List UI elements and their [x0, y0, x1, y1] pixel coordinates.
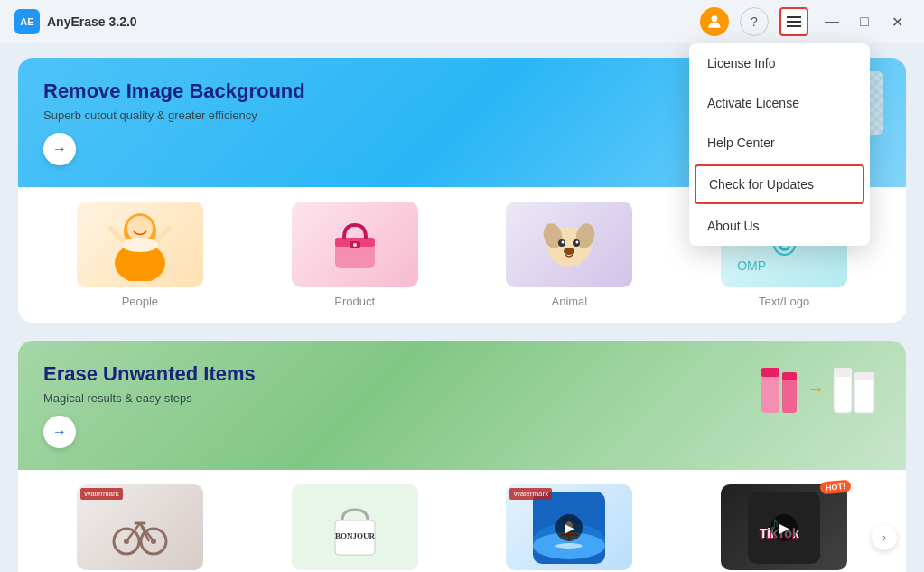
app-title: AnyErase 3.2.0 — [47, 14, 137, 29]
dropdown-item-about-us[interactable]: About Us — [689, 206, 870, 246]
category-item-tiktok[interactable]: TikTok TikTok ♪ ▶ HOT! TikTok Logo — [677, 484, 891, 572]
dropdown-menu: License Info Activate License Help Cente… — [689, 43, 870, 246]
tiktok-thumb-wrapper: TikTok TikTok ♪ ▶ HOT! — [721, 484, 847, 570]
tiktok-play-icon: ▶ — [770, 514, 798, 541]
category-item-animal[interactable]: Animal — [462, 202, 677, 308]
svg-text:→: → — [807, 379, 825, 399]
erase-banner: Erase Unwanted Items Magical results & e… — [18, 341, 906, 470]
svg-rect-36 — [782, 372, 797, 380]
hamburger-icon — [787, 16, 801, 27]
category-label-animal: Animal — [552, 295, 588, 308]
close-button[interactable]: ✕ — [884, 9, 910, 34]
maximize-button[interactable]: □ — [852, 9, 877, 34]
svg-rect-40 — [854, 372, 874, 380]
video-watermark-thumb-wrapper: Watermark ▶ — [506, 484, 632, 570]
svg-point-29 — [562, 240, 565, 243]
titlebar: AE AnyErase 3.2.0 ? — □ ✕ — [0, 0, 924, 43]
video-play-icon: ▶ — [555, 514, 583, 541]
category-thumb-people — [77, 202, 203, 287]
category-item-product[interactable]: Product — [247, 202, 462, 308]
carousel-next-arrow[interactable]: › — [872, 525, 897, 550]
erase-section: Erase Unwanted Items Magical results & e… — [18, 341, 906, 572]
avatar-icon[interactable] — [700, 7, 729, 36]
erase-arrow-button[interactable]: → — [43, 416, 76, 448]
svg-point-31 — [564, 248, 574, 255]
svg-rect-33 — [761, 372, 779, 413]
svg-point-0 — [712, 15, 718, 22]
svg-point-17 — [122, 238, 158, 252]
watermark-badge: Watermark — [80, 488, 123, 500]
category-label-people: People — [122, 295, 158, 308]
category-item-people[interactable]: People — [33, 202, 247, 308]
dropdown-item-license-info[interactable]: License Info — [689, 43, 870, 83]
minimize-button[interactable]: — — [819, 9, 845, 34]
window-controls: — □ ✕ — [819, 9, 910, 34]
svg-rect-34 — [761, 368, 779, 377]
svg-point-16 — [127, 216, 153, 241]
category-grid-erase: Watermark Watermark BONJOUR — [18, 470, 906, 572]
svg-rect-38 — [834, 368, 852, 377]
category-thumb-animal — [506, 202, 632, 287]
dropdown-item-activate-license[interactable]: Activate License — [689, 83, 870, 123]
svg-line-18 — [111, 229, 122, 240]
app-logo: AE — [14, 9, 40, 34]
video-watermark-badge: Watermark — [509, 488, 552, 500]
svg-rect-35 — [782, 377, 797, 413]
dropdown-item-help-center[interactable]: Help Center — [689, 123, 870, 163]
svg-point-57 — [555, 543, 583, 549]
category-label-textlogo: Text/Logo — [759, 295, 809, 308]
help-icon[interactable]: ? — [740, 7, 769, 36]
category-item-watermark[interactable]: Watermark Watermark — [33, 484, 247, 572]
watermark-thumb-wrapper: Watermark — [77, 484, 203, 570]
dropdown-item-check-updates[interactable]: Check for Updates — [695, 164, 864, 204]
erase-banner-illustration: → — [743, 350, 888, 431]
category-item-text[interactable]: BONJOUR Text — [247, 484, 462, 572]
svg-line-19 — [158, 229, 169, 240]
category-item-video-watermark[interactable]: Watermark ▶ Video Watermark — [462, 484, 677, 572]
svg-rect-37 — [834, 372, 852, 413]
svg-point-23 — [353, 243, 357, 247]
svg-text:BONJOUR: BONJOUR — [335, 531, 376, 540]
remove-bg-arrow-button[interactable]: → — [43, 133, 76, 165]
category-thumb-text: BONJOUR — [292, 484, 418, 570]
erase-category-container: Watermark Watermark BONJOUR — [18, 470, 906, 572]
svg-point-30 — [576, 240, 579, 243]
category-thumb-product — [292, 202, 418, 287]
titlebar-left: AE AnyErase 3.2.0 — [14, 9, 137, 34]
titlebar-right: ? — □ ✕ — [700, 7, 910, 36]
svg-rect-39 — [854, 377, 874, 413]
menu-button[interactable] — [779, 7, 808, 36]
category-label-product: Product — [334, 295, 375, 308]
